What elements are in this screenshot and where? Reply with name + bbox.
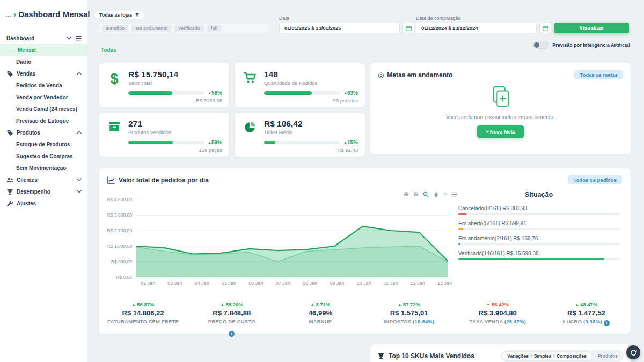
progress-fill [128,91,172,95]
chevron-down-icon [67,36,71,40]
todas-as-metas-link[interactable]: Todas as metas [574,70,623,79]
ai-forecast-toggle[interactable] [532,41,548,49]
progress-fill [128,141,173,144]
stat-lucro: ▲ 48.47% R$ 1.477,52 LUCRO (9.98%) [542,301,631,337]
info-icon[interactable] [229,331,235,337]
kpi-label: Quantidade de Pedidos [264,80,358,86]
metas-card: ◎ Metas em andamento Todas as metas Você… [370,63,631,155]
line-chart-icon [107,176,115,184]
tag-icon [6,129,13,136]
status-bar-fill [458,243,460,245]
kpi-value: 148 [264,70,358,79]
sidebar-item-mensal[interactable]: → Mensal [0,44,87,56]
progress-track [264,141,340,144]
stat-faturamento-sem-frete: ▲ 56.87% R$ 14.806,22 FATURAMENTO SEM FR… [99,301,187,337]
compare-date-range-input[interactable]: 01/12/2024 à 13/12/2024 [416,23,537,33]
info-icon[interactable] [604,320,610,326]
todas-filter-label[interactable]: Todas [101,47,116,53]
toggle-produtos[interactable]: Produtos [593,352,623,360]
kpi-delta: ▲58% [208,90,222,96]
zoom-out-icon[interactable]: ⊖ [413,191,419,197]
sidebar-item-diario[interactable]: Diário [0,56,87,68]
stat-preco-de-custo: ▲ 58.20% R$ 7.848,88 PREÇO DE CUSTO [187,301,276,337]
trophy-icon [377,352,385,360]
support-fab[interactable] [626,345,640,359]
kpi-comparison-value: 159 peças [128,147,222,153]
calendar-icon [543,25,548,31]
status-filter-bar: atendido em andamento verificado full [98,23,269,33]
kpi-label: Valor Total [128,80,222,86]
sidebar-item-pedidos-de-venda[interactable]: Pedidos de Venda [0,79,87,91]
chip-verificado[interactable]: verificado [174,25,203,32]
sidebar-item-vendas[interactable]: Vendas [0,68,87,79]
kpi-card-valor-total: $ R$ 15.750,14 Valor Total ▲58% R$ 9135.… [98,63,230,108]
chart-menu-icon[interactable] [451,191,457,197]
kpi-card-quantidade-pedidos: 148 Quantidade de Pedidos ▲63% 93 pedido… [234,63,365,108]
sidebar-nav: Dashboard → Mensal Diário Vendas Pedidos… [0,32,87,209]
nova-meta-button[interactable]: + Nova Meta [477,125,524,138]
status-bar-track [458,258,619,260]
chip-em-andamento[interactable]: em andamento [131,25,171,32]
sidebar-item-ajustes[interactable]: Ajustes [0,197,87,209]
progress-track [128,91,204,95]
date-calendar-button[interactable] [402,23,414,33]
calendar-icon [406,25,412,31]
sidebar-item-produtos[interactable]: Produtos [0,127,87,138]
date-range-input[interactable]: 01/01/2025 à 13/01/2025 [279,23,400,33]
pan-icon[interactable] [433,191,439,197]
users-icon [6,176,13,183]
situacao-row-em-andamento: Em andamento(2/161) R$ 159,76 [458,235,619,245]
situacao-title: Situação [458,191,619,198]
ai-forecast-toggle-row: Previsão por Inteligência Artificial [532,41,630,49]
kpi-comparison-value: R$ 92,43 [264,147,358,153]
sidebar-item-venda-canal[interactable]: Venda Canal (24 meses) [0,103,87,115]
status-bar-fill [458,228,463,230]
dollar-icon: $ [110,72,118,86]
breadcrumb-chevron-icon: › [13,10,16,19]
store-filter-dropdown[interactable]: Todas as lojas [94,11,145,19]
todos-os-pedidos-link[interactable]: Todos os pedidos [568,175,622,184]
progress-fill [264,91,312,95]
selection-zoom-icon[interactable] [423,191,429,197]
collapse-menu-icon[interactable] [76,36,82,41]
sidebar-item-previsao-de-estoque[interactable]: Previsão de Estoque [0,115,87,127]
compare-date-label: Data de comparação [416,16,461,21]
chevron-up-icon [77,131,82,134]
sidebar-item-estoque-de-produtos[interactable]: Estoque de Produtos [0,138,87,150]
chart-x-axis: 02 Jan03 Jan04 Jan 05 Jan06 Jan07 Jan 08… [141,280,452,286]
sidebar-item-desempenho[interactable]: Desempenho [0,186,87,197]
zoom-in-icon[interactable]: ⊕ [404,191,409,197]
package-icon [108,121,120,132]
stat-taxa-venda: ▼ 56.42% R$ 3.904,80 TAXA VENDA (26.37%) [453,301,542,337]
chip-atendido[interactable]: atendido [102,25,128,32]
sidebar-item-venda-por-vendedor[interactable]: Venda por Vendedor [0,91,87,103]
visualizar-button[interactable]: Visualizar [554,23,629,33]
arrow-right-icon: → [10,47,15,53]
status-bar-fill [458,258,604,260]
sidebar-item-sem-movimentacao[interactable]: Sem Movimentação [0,162,87,174]
top-skus-card: Top 10 SKUs Mais Vendidos Variações + Si… [370,344,631,362]
status-bar-track [458,213,619,215]
chevron-down-icon [77,178,82,181]
chevron-down-icon [77,190,82,193]
sidebar-item-clientes[interactable]: Clientes [0,174,87,186]
kpi-delta: ▲15% [343,139,358,145]
sidebar: ... › Dashboard Mensal Dashboard → Mensa… [0,0,87,362]
chart-plot-area: R$ 4.500,00 R$ 3.600,00 R$ 2.700,00 R$ 1… [106,200,448,279]
compare-calendar-button[interactable] [539,23,551,33]
reset-zoom-icon[interactable]: ⌂ [443,191,447,197]
sidebar-item-dashboard[interactable]: Dashboard [0,32,87,44]
progress-fill [264,141,275,144]
filter-icon [135,13,140,17]
chip-full[interactable]: full [207,25,222,32]
toggle-variacoes[interactable]: Variações + Simples + Composições [502,351,591,361]
breadcrumb-ellipsis[interactable]: ... [5,10,11,18]
sidebar-item-sugestao-de-compras[interactable]: Sugestão de Compras [0,150,87,162]
kpi-card-produtos-vendidos: 271 Produtos Vendidos ▲59% 159 peças [98,112,230,157]
breadcrumb: ... › Dashboard Mensal [5,10,90,19]
kpi-comparison-value: R$ 9135.08 [128,98,222,104]
refresh-icon [630,349,637,356]
wrench-icon [6,200,13,207]
area-chart[interactable] [136,200,448,277]
kpi-comparison-value: 93 pedidos [264,98,358,104]
